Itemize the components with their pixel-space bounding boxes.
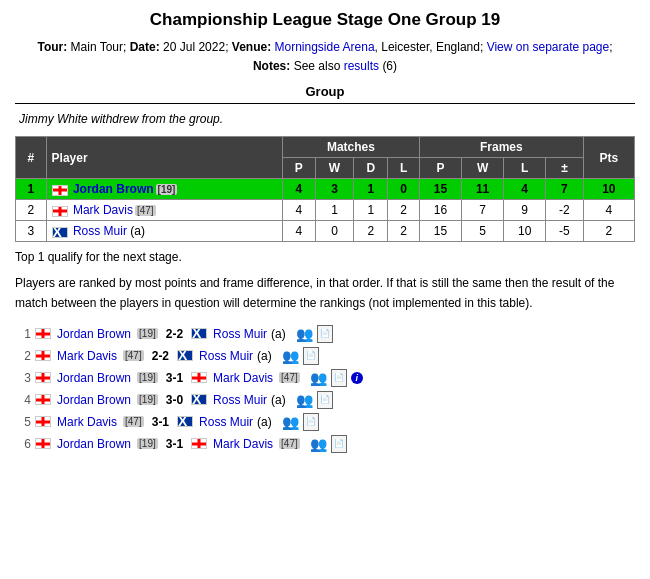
frames-diff: -2 xyxy=(546,200,583,221)
match-p1-name[interactable]: Mark Davis xyxy=(57,349,117,363)
player-name-link[interactable]: Jordan Brown xyxy=(73,182,154,196)
table-rank: 1 xyxy=(16,179,47,200)
doc-icon[interactable]: 📄 xyxy=(303,347,319,365)
frames-played: 15 xyxy=(419,179,461,200)
matches-lost: 2 xyxy=(388,221,420,242)
match-p1-name[interactable]: Jordan Brown xyxy=(57,393,131,407)
match-p1-rank: [19] xyxy=(137,394,158,405)
match-number: 5 xyxy=(15,415,31,429)
matches-list: 1 Jordan Brown [19] 2-2 Ross Muir (a) 👥 … xyxy=(15,325,635,453)
match-number: 2 xyxy=(15,349,31,363)
frames-won: 7 xyxy=(462,200,504,221)
doc-icon[interactable]: 📄 xyxy=(317,391,333,409)
frames-diff: -5 xyxy=(546,221,583,242)
match-icons: 👥 📄 xyxy=(282,413,319,431)
player-name-link[interactable]: Mark Davis xyxy=(73,203,133,217)
frames-played: 15 xyxy=(419,221,461,242)
match-score: 2-2 xyxy=(152,349,169,363)
match-p2-rank: [47] xyxy=(279,438,300,449)
match-p2-flag xyxy=(191,394,207,405)
flag-england xyxy=(52,206,68,217)
match-p1-name[interactable]: Jordan Brown xyxy=(57,437,131,451)
match-p1-flag xyxy=(35,328,51,339)
match-p2-flag xyxy=(191,372,207,383)
frames-won: 5 xyxy=(462,221,504,242)
match-p2-name[interactable]: Ross Muir xyxy=(213,327,267,341)
group-section-title: Group xyxy=(15,84,635,104)
page-title: Championship League Stage One Group 19 xyxy=(15,10,635,30)
matches-drawn: 1 xyxy=(354,200,388,221)
table-rank: 2 xyxy=(16,200,47,221)
people-icon: 👥 xyxy=(310,436,327,452)
matches-header: Matches xyxy=(282,137,419,158)
results-link[interactable]: results xyxy=(344,59,379,73)
match-p1-rank: [47] xyxy=(123,350,144,361)
match-score: 2-2 xyxy=(166,327,183,341)
venue-label: Venue: xyxy=(232,40,271,54)
match-number: 4 xyxy=(15,393,31,407)
match-p1-flag xyxy=(35,438,51,449)
col-player-header: Player xyxy=(46,137,282,179)
table-rank: 3 xyxy=(16,221,47,242)
doc-icon[interactable]: 📄 xyxy=(317,325,333,343)
points: 10 xyxy=(583,179,634,200)
match-p2-name[interactable]: Ross Muir xyxy=(213,393,267,407)
match-p1-name[interactable]: Jordan Brown xyxy=(57,371,131,385)
player-rank-badge: [47] xyxy=(135,205,156,216)
standings-table: # Player Matches Frames Pts P W D L P W … xyxy=(15,136,635,242)
match-row: 2 Mark Davis [47] 2-2 Ross Muir (a) 👥 📄 xyxy=(15,347,635,365)
tour-info: Tour: Main Tour; Date: 20 Jul 2022; Venu… xyxy=(15,38,635,76)
match-icons: 👥 📄 xyxy=(310,435,347,453)
matches-drawn: 1 xyxy=(354,179,388,200)
frames-played: 16 xyxy=(419,200,461,221)
match-p2-name[interactable]: Mark Davis xyxy=(213,371,273,385)
match-p1-name[interactable]: Mark Davis xyxy=(57,415,117,429)
player-name-link[interactable]: Ross Muir xyxy=(73,224,127,238)
matches-played: 4 xyxy=(282,179,315,200)
match-p2-flag xyxy=(177,416,193,427)
match-p1-flag xyxy=(35,416,51,427)
match-icons: 👥 📄 xyxy=(296,325,333,343)
match-number: 6 xyxy=(15,437,31,451)
doc-icon[interactable]: 📄 xyxy=(303,413,319,431)
match-row: 6 Jordan Brown [19] 3-1 Mark Davis [47] … xyxy=(15,435,635,453)
table-player: Mark Davis[47] xyxy=(46,200,282,221)
frames-won: 11 xyxy=(462,179,504,200)
match-p2-flag xyxy=(191,328,207,339)
flag-scotland xyxy=(52,227,68,238)
matches-lost: 0 xyxy=(388,179,420,200)
doc-icon[interactable]: 📄 xyxy=(331,369,347,387)
match-score: 3-0 xyxy=(166,393,183,407)
rank-note: Players are ranked by most points and fr… xyxy=(15,274,635,312)
match-p2-flag xyxy=(177,350,193,361)
match-row: 1 Jordan Brown [19] 2-2 Ross Muir (a) 👥 … xyxy=(15,325,635,343)
flag-england xyxy=(52,185,68,196)
match-p1-rank: [19] xyxy=(137,328,158,339)
frames-lost: 4 xyxy=(504,179,546,200)
notes-label: Notes: xyxy=(253,59,290,73)
frames-diff: 7 xyxy=(546,179,583,200)
match-p2-name[interactable]: Ross Muir xyxy=(199,415,253,429)
match-p2-name[interactable]: Ross Muir xyxy=(199,349,253,363)
match-p1-flag xyxy=(35,394,51,405)
table-player: Jordan Brown[19] xyxy=(46,179,282,200)
venue-link[interactable]: Morningside Arena xyxy=(275,40,375,54)
match-p2-name[interactable]: Mark Davis xyxy=(213,437,273,451)
match-p1-flag xyxy=(35,350,51,361)
match-p1-rank: [47] xyxy=(123,416,144,427)
match-icons: 👥 📄 xyxy=(282,347,319,365)
doc-icon[interactable]: 📄 xyxy=(331,435,347,453)
match-row: 5 Mark Davis [47] 3-1 Ross Muir (a) 👥 📄 xyxy=(15,413,635,431)
results-count: (6) xyxy=(382,59,397,73)
matches-played: 4 xyxy=(282,221,315,242)
sub-diff: ± xyxy=(546,158,583,179)
people-icon: 👥 xyxy=(296,326,313,342)
points: 2 xyxy=(583,221,634,242)
view-page-link[interactable]: View on separate page xyxy=(487,40,610,54)
match-number: 1 xyxy=(15,327,31,341)
people-icon: 👥 xyxy=(282,414,299,430)
date-label: Date: xyxy=(130,40,160,54)
see-also-text: See also xyxy=(294,59,341,73)
match-p1-name[interactable]: Jordan Brown xyxy=(57,327,131,341)
matches-drawn: 2 xyxy=(354,221,388,242)
